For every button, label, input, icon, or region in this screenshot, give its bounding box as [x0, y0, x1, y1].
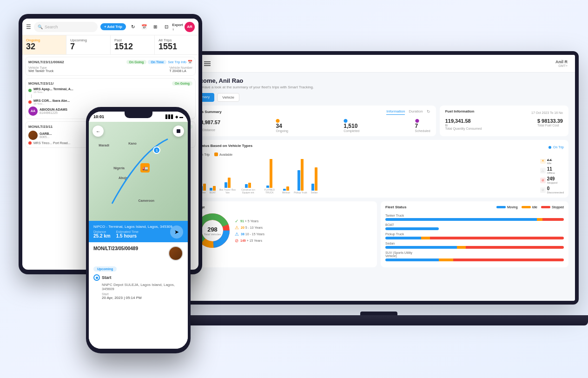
user-timezone: GMT+: [555, 64, 568, 67]
on-trip-indicator: On Trip: [553, 146, 564, 149]
stat-ongoing[interactable]: Ongoing 32: [22, 35, 66, 54]
driver-avatar-3: [28, 131, 38, 140]
hamburger-menu[interactable]: [204, 61, 211, 66]
map-back-button[interactable]: ←: [92, 126, 104, 137]
legend-dot-available: [214, 153, 218, 156]
donut-area: 298 Total Vehicles ✓ 91 + 5 Years: [194, 212, 372, 249]
past-value: 1512: [114, 42, 151, 52]
calendar-icon[interactable]: 📅: [140, 23, 148, 31]
trip-card-1[interactable]: MON/LT/23/11/00662 On Going On Time See …: [25, 57, 196, 76]
info-tab-duration[interactable]: Duration: [409, 109, 423, 115]
ongoing-value: 32: [26, 42, 62, 52]
stat-scheduled: ⬤ 7 Scheduled: [415, 119, 430, 133]
destination-card: NIPCO - Terminal, Lagos Island, Lagos, 3…: [89, 221, 188, 242]
trip-detail-header: MON/LT/23/05/00489: [93, 246, 183, 261]
distance-stat: Distance 25.2 km: [93, 230, 111, 239]
fleet-row-suv: SUV (Sports Utility Vehicle): [385, 251, 564, 261]
dashboard-tabs: Summary Vehicle: [189, 93, 568, 102]
stopped-count: 249: [547, 176, 557, 181]
start-icon: [93, 274, 100, 281]
fleet-legend-idle: Idle: [522, 206, 537, 209]
stat-completed: ⬤ 1,510 Completed: [344, 119, 359, 133]
stat-all-trips[interactable]: All Trips 1551: [155, 35, 198, 54]
add-trip-button[interactable]: + Add Trip: [100, 23, 126, 30]
phone-app: 10:01 ▋▋▋ ◈ ▬ Nigeria Kano Maradi Camero…: [89, 112, 188, 349]
maradi-label: Maradi: [99, 144, 109, 147]
summary-panel: Trips Summary Information Duration ↻ 268…: [189, 106, 436, 136]
badge-ongoing-1: On Going: [126, 60, 147, 64]
total-vehicles-label: Total Vehicles: [204, 233, 221, 236]
cameroon-label: Cameroon: [139, 199, 155, 202]
driver-avatar-2: AA: [28, 106, 38, 116]
info-tabs: Information Duration ↻: [386, 109, 430, 115]
destination-title: NIPCO - Terminal, Lagos Island, Lagos, 3…: [93, 225, 183, 229]
navigation-icon[interactable]: ➤: [170, 225, 183, 239]
phone-frame: 10:01 ▋▋▋ ◈ ▬ Nigeria Kano Maradi Camero…: [86, 107, 191, 353]
fleet-status-title: Fleet Status: [385, 205, 406, 209]
info-tab-information[interactable]: Information: [386, 109, 405, 115]
trip-id-1: MON/LT/23/11/00662: [28, 60, 64, 64]
fuel-title: Fuel Information: [445, 109, 475, 113]
fleet-legend-moving: Moving: [496, 206, 518, 209]
fuel-stats: 119,341.58 ltr Total Quantity Consumed $…: [445, 118, 563, 130]
fuel-cost: $ 98133.39 Total Fuel Cost: [537, 118, 563, 130]
stat-upcoming[interactable]: Upcoming 7: [66, 35, 111, 54]
phone-trip-id: MON/LT/23/05/00489: [93, 246, 138, 251]
upcoming-label: Upcoming: [70, 38, 106, 42]
fuel-cost-label: Total Fuel Cost: [537, 124, 563, 127]
map-stop-button[interactable]: [173, 126, 184, 137]
dashboard-body: Welcome, Anil Rao Hi Anil, Have a look a…: [183, 73, 575, 301]
welcome-subtitle: Hi Anil, Have a look at the summary of y…: [189, 85, 568, 89]
welcome-text: Welcome, Anil Rao: [189, 77, 568, 84]
trip-details-1: Vehicle Type Wet Tanker Truck Vehicle Nu…: [28, 66, 192, 73]
phone-notch: [125, 112, 152, 118]
indicator-offline: △ 11 Offline: [540, 166, 564, 174]
user-name: Anil R: [555, 60, 568, 64]
laptop-notch: [360, 312, 397, 315]
tab-vehicle[interactable]: Vehicle: [217, 93, 239, 102]
fleet-row-tanker: Tanker Truck: [385, 214, 564, 221]
fleet-row-pickup: Pickup Truck: [385, 232, 564, 239]
see-trip-info-1[interactable]: See Trip Info: [168, 60, 186, 64]
phone-map: Nigeria Kano Maradi Cameroon Abuja 🚛 1: [89, 122, 188, 221]
start-date-value: 20 Apr, 2023 | 05:14 PM: [102, 296, 183, 300]
calendar-icon-1[interactable]: 📅: [188, 60, 192, 64]
fuel-quantity: 119,341.58 ltr Total Quantity Consumed: [445, 118, 482, 130]
grid-icon[interactable]: ⊡: [162, 23, 171, 31]
fleet-row-boat: BOAT: [385, 223, 564, 230]
map-background: Nigeria Kano Maradi Cameroon Abuja 🚛 1: [89, 122, 188, 221]
vehicle-status-title: le Status Based on Vehicle Types: [194, 144, 252, 148]
disconnected-label: Disconnected: [547, 191, 564, 194]
age-segment-1: ✓ 91 + 5 Years: [235, 219, 264, 224]
upcoming-badge: Upcoming: [93, 266, 117, 272]
phone-time: 10:01: [93, 114, 104, 119]
completed-label: Completed: [344, 129, 359, 133]
trip-id-3: MON/LT/23/11: [28, 125, 53, 129]
stat-past[interactable]: Past 1512: [111, 35, 155, 54]
scheduled-value: 7: [415, 123, 430, 129]
offline-label: Offline: [547, 172, 555, 174]
tablet-hamburger[interactable]: ☰: [26, 24, 31, 30]
stopped-label: Stopped: [547, 181, 557, 184]
export-button[interactable]: Export ↓: [173, 23, 182, 31]
battery-icon: ▬: [179, 115, 183, 119]
start-row: Start: [93, 274, 183, 281]
tablet-stats-row: Ongoing 32 Upcoming 7 Past 1512 All Trip…: [22, 35, 198, 55]
total-vehicles-count: 298: [204, 226, 221, 233]
refresh-icon[interactable]: ↻: [129, 23, 137, 31]
fuel-date-range: 17 Oct 2023 To 16 No: [531, 111, 563, 114]
fuel-quantity-unit: ltr: [445, 124, 482, 127]
map-marker-1: 1: [153, 146, 160, 154]
laptop-base: [170, 315, 588, 325]
trip-address: NNPC Depot SULEJA, Lagos Island, Lagos, …: [102, 283, 183, 291]
filter-icon[interactable]: ⊞: [151, 23, 159, 31]
phone-device: 10:01 ▋▋▋ ◈ ▬ Nigeria Kano Maradi Camero…: [86, 107, 191, 353]
badge-ongoing-2: On Going: [172, 81, 192, 86]
start-label: Start: [102, 275, 112, 280]
phone-status-icons: ▋▋▋ ◈ ▬: [165, 115, 183, 119]
trip-detail-card: MON/LT/23/05/00489 Upcoming Start NNPC D…: [89, 242, 188, 349]
tablet-search[interactable]: 🔍 Search: [34, 22, 98, 32]
abuja-label: Abuja: [119, 176, 127, 179]
refresh-icon[interactable]: ↻: [427, 109, 430, 115]
phone-driver-avatar: [168, 246, 183, 261]
